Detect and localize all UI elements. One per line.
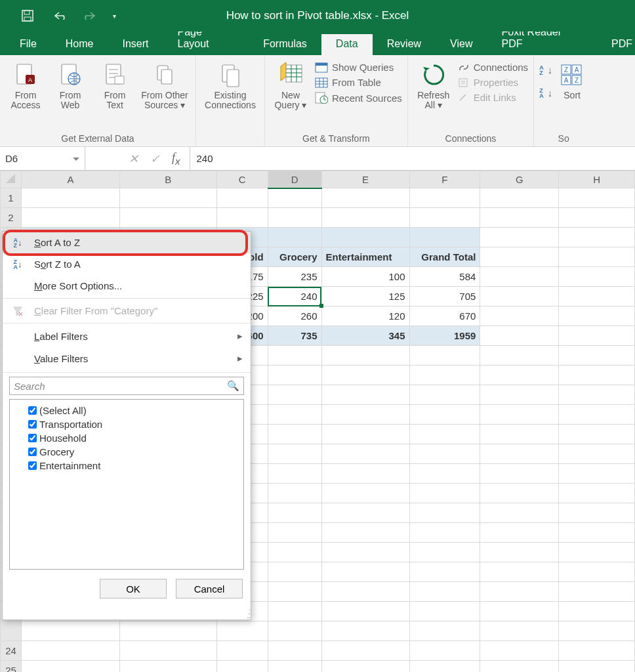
sort-icon: ZAAZ (555, 59, 589, 91)
svg-rect-11 (161, 70, 172, 84)
pivot-data-cell[interactable]: 235 (268, 267, 321, 287)
filter-checkbox[interactable] (28, 448, 37, 456)
formula-input[interactable]: 240 (190, 147, 635, 170)
col-header[interactable]: D (268, 171, 321, 188)
new-query-button[interactable]: NewQuery ▾ (269, 58, 312, 110)
connections-button[interactable]: Connections (458, 60, 528, 74)
col-header[interactable]: F (409, 171, 480, 188)
cancel-formula-icon[interactable]: ✕ (129, 152, 138, 166)
row-header[interactable]: 2 (1, 208, 22, 228)
column-header-row: A B C D E F G H (1, 171, 635, 188)
col-header[interactable]: B (119, 171, 216, 188)
filter-item[interactable]: Entertainment (12, 459, 241, 472)
tab-view[interactable]: View (436, 34, 487, 55)
sort-az-icon: AZ↓ (10, 238, 25, 248)
accept-formula-icon[interactable]: ✓ (150, 152, 160, 166)
ribbon-tabs: File Home Insert Page Layout Formulas Da… (0, 32, 635, 55)
pivot-data-cell[interactable]: 260 (268, 306, 321, 326)
svg-rect-16 (316, 63, 327, 66)
qat-customize[interactable]: ▾ (102, 6, 126, 26)
filter-item[interactable]: Transportation (12, 417, 241, 431)
database-icon: A (4, 59, 47, 91)
filter-item-label: Grocery (39, 446, 74, 457)
redo-button[interactable] (76, 6, 100, 26)
pivot-data-cell[interactable]: 125 (321, 287, 409, 306)
fx-icon[interactable]: fx (172, 151, 180, 167)
filter-search-input[interactable]: Search 🔍 (9, 377, 244, 395)
tab-file[interactable]: File (5, 34, 51, 55)
clock-icon (315, 92, 328, 104)
svg-rect-2 (24, 17, 31, 21)
from-other-sources-button[interactable]: From OtherSources ▾ (138, 58, 192, 110)
existing-connections-button[interactable]: ExistingConnections (200, 58, 260, 110)
sort-az-button[interactable]: AZ↓ (539, 63, 552, 77)
filter-checkbox[interactable] (28, 461, 37, 470)
svg-text:A: A (28, 77, 32, 83)
svg-rect-14 (286, 65, 302, 82)
from-table-button[interactable]: From Table (315, 75, 402, 89)
pivot-data-cell[interactable]: 240 (268, 287, 321, 306)
pivot-data-cell[interactable]: 705 (409, 287, 480, 306)
label-filters[interactable]: Label Filters▸ (3, 325, 251, 347)
tab-home[interactable]: Home (51, 34, 108, 55)
undo-button[interactable] (50, 6, 73, 26)
tab-pdf[interactable]: PDF (597, 34, 635, 55)
col-header[interactable]: A (21, 171, 119, 188)
sort-za-button[interactable]: ZA↓ (539, 86, 552, 100)
filter-checkbox[interactable] (28, 406, 37, 415)
show-queries-button[interactable]: Show Queries (315, 60, 402, 74)
filter-item[interactable]: (Select All) (12, 404, 241, 417)
tab-data[interactable]: Data (321, 34, 373, 55)
pivot-data-cell[interactable]: 100 (321, 267, 409, 287)
ok-button[interactable]: OK (100, 579, 167, 598)
sort-button[interactable]: ZAAZ Sort (555, 58, 589, 100)
funnel-clear-icon (10, 306, 25, 316)
table-icon (315, 77, 328, 88)
filter-item-label: Transportation (39, 419, 102, 430)
svg-rect-13 (227, 70, 239, 87)
pivot-total-cell: 345 (321, 326, 409, 346)
col-header[interactable]: E (321, 171, 409, 188)
pivot-total-cell: 1959 (409, 326, 480, 346)
filter-item[interactable]: Grocery (12, 445, 241, 459)
select-all-cell[interactable] (1, 171, 22, 188)
col-header[interactable]: G (480, 171, 559, 188)
sort-z-to-a[interactable]: ZA↓ Sort Z to A (3, 253, 251, 275)
filter-checkbox[interactable] (28, 434, 37, 442)
tab-insert[interactable]: Insert (108, 34, 163, 55)
from-access-button[interactable]: A From Access (4, 58, 47, 110)
new-query-icon (269, 59, 312, 91)
properties-button: Properties (458, 75, 528, 89)
resize-grip[interactable]: .. .. . . (3, 606, 251, 620)
cancel-button[interactable]: Cancel (176, 579, 243, 598)
from-web-button[interactable]: FromWeb (49, 58, 92, 110)
col-header[interactable]: H (559, 171, 635, 188)
more-sort-options[interactable]: More Sort Options... (3, 275, 251, 297)
row-header[interactable]: 1 (1, 188, 22, 208)
save-button[interactable] (16, 6, 39, 26)
filter-checkbox[interactable] (28, 420, 37, 429)
group-label-external: Get External Data (4, 132, 192, 146)
pivot-data-cell[interactable]: 584 (409, 267, 480, 287)
svg-rect-0 (22, 10, 33, 21)
row-header[interactable]: 25 (1, 661, 22, 673)
table-icon (315, 62, 328, 73)
from-text-button[interactable]: FromText (93, 58, 136, 110)
sort-a-to-z[interactable]: AZ↓ Sort A to Z (3, 232, 251, 253)
value-filters[interactable]: Value Filters▸ (3, 347, 251, 369)
col-header[interactable]: C (216, 171, 268, 188)
tab-review[interactable]: Review (373, 34, 436, 55)
name-box[interactable]: D6 (0, 147, 85, 170)
pivot-data-cell[interactable]: 670 (409, 306, 480, 326)
row-header[interactable]: 24 (1, 641, 22, 661)
svg-text:A: A (564, 77, 569, 84)
filter-item-list[interactable]: (Select All) Transportation Household Gr… (9, 399, 244, 570)
row-header[interactable] (1, 621, 22, 641)
filter-item[interactable]: Household (12, 431, 241, 445)
recent-sources-button[interactable]: Recent Sources (315, 91, 402, 105)
svg-text:A: A (575, 66, 579, 74)
tab-formulas[interactable]: Formulas (249, 34, 321, 55)
pivot-data-cell[interactable]: 120 (321, 306, 409, 326)
refresh-all-button[interactable]: RefreshAll ▾ (412, 58, 455, 110)
text-file-icon (93, 59, 136, 91)
